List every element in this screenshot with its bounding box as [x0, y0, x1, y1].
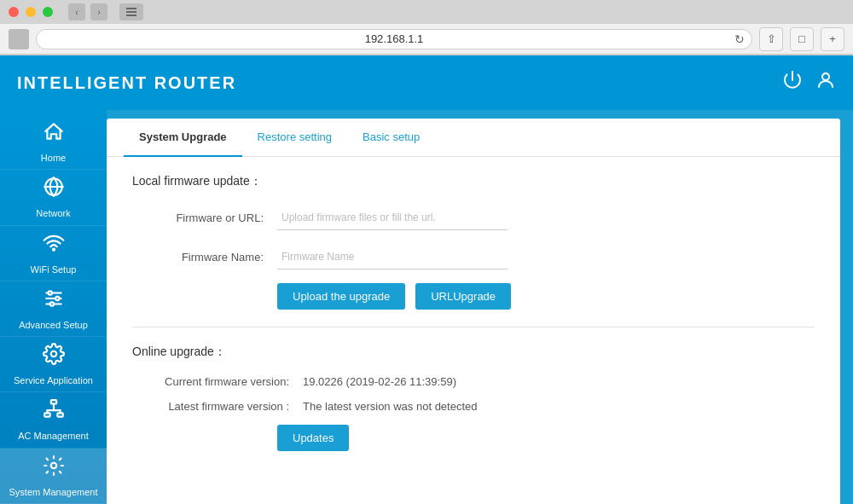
header-icons — [782, 70, 836, 96]
share-button[interactable]: ⇧ — [759, 27, 783, 51]
sidebar-item-service[interactable]: Service Application — [0, 337, 107, 392]
firmware-btn-row: Upload the upgrade URLUpgrade — [277, 283, 815, 310]
sidebar-toggle[interactable] — [9, 29, 29, 49]
sidebar: Home Network WiFi Setup — [0, 110, 107, 504]
online-upgrade-title: Online upgrade： — [132, 345, 815, 360]
tab-icon — [126, 8, 136, 16]
updates-btn-row: Updates — [277, 425, 815, 451]
svg-point-20 — [50, 462, 56, 468]
current-version-value: 19.0226 (2019-02-26 11:39:59) — [303, 375, 456, 388]
new-tab-button[interactable]: □ — [790, 27, 814, 51]
sidebar-label-wifi: WiFi Setup — [31, 264, 77, 275]
browser-nav: ‹ › — [68, 3, 107, 20]
local-firmware-title: Local firmware update： — [132, 174, 815, 189]
sidebar-label-network: Network — [36, 208, 70, 218]
sidebar-item-network[interactable]: Network — [0, 170, 107, 225]
sidebar-label-advanced: Advanced Setup — [19, 320, 88, 330]
gear-icon — [43, 343, 65, 370]
section-divider — [132, 327, 815, 327]
url-upgrade-button[interactable]: URLUpgrade — [415, 283, 511, 310]
svg-rect-1 — [126, 11, 136, 13]
app-title: INTELLIGENT ROUTER — [17, 73, 236, 93]
svg-rect-0 — [126, 8, 136, 9]
firmware-name-row: Firmware Name: — [132, 244, 815, 269]
updates-button[interactable]: Updates — [277, 425, 349, 451]
tab-system-upgrade[interactable]: System Upgrade — [124, 119, 242, 157]
svg-point-11 — [49, 302, 53, 305]
current-version-label: Current firmware version: — [132, 375, 303, 388]
latest-version-label: Latest firmware version : — [132, 400, 303, 413]
wifi-icon — [43, 232, 65, 259]
app-container: Home Network WiFi Setup — [0, 110, 853, 504]
app-header: INTELLIGENT ROUTER — [0, 55, 853, 110]
tab-manage-button[interactable] — [119, 3, 143, 20]
extensions-button[interactable]: + — [821, 27, 844, 51]
toolbar-icons: ⇧ □ + — [759, 27, 844, 51]
svg-point-9 — [48, 291, 51, 294]
sidebar-label-service: Service Application — [14, 375, 93, 385]
firmware-name-label: Firmware Name: — [132, 251, 277, 264]
firmware-url-input[interactable] — [277, 205, 508, 230]
upload-upgrade-button[interactable]: Upload the upgrade — [277, 283, 405, 310]
svg-point-5 — [52, 248, 54, 250]
back-button[interactable]: ‹ — [68, 3, 85, 20]
sliders-icon — [43, 287, 65, 315]
sidebar-item-system-management[interactable]: System Management — [0, 449, 107, 504]
firmware-name-input[interactable] — [277, 244, 508, 269]
reload-button[interactable]: ↻ — [734, 32, 745, 46]
sidebar-item-advanced-setup[interactable]: Advanced Setup — [0, 281, 107, 337]
sidebar-item-ac-management[interactable]: AC Management — [0, 392, 107, 448]
power-icon[interactable] — [782, 70, 803, 96]
sidebar-label-ac: AC Management — [18, 431, 89, 441]
forward-button[interactable]: › — [90, 3, 107, 20]
sidebar-item-home[interactable]: Home — [0, 114, 107, 170]
browser-toolbar: 192.168.1.1 ↻ ⇧ □ + — [0, 24, 853, 55]
browser-chrome: ‹ › 192.168.1.1 ↻ ⇧ □ + — [0, 0, 853, 55]
svg-point-10 — [55, 297, 59, 300]
svg-rect-2 — [126, 14, 136, 16]
home-icon — [43, 120, 65, 148]
latest-version-value: The latest version was not detected — [303, 400, 478, 413]
address-text: 192.168.1.1 — [365, 32, 424, 45]
browser-titlebar: ‹ › — [0, 0, 853, 24]
settings-icon — [43, 455, 65, 482]
hierarchy-icon — [43, 398, 65, 426]
tab-restore-setting[interactable]: Restore setting — [242, 119, 347, 157]
content-area: Local firmware update： Firmware or URL: … — [107, 157, 840, 504]
main-content: System Upgrade Restore setting Basic set… — [107, 119, 840, 504]
tabs-bar: System Upgrade Restore setting Basic set… — [107, 119, 840, 157]
traffic-light-yellow[interactable] — [26, 7, 36, 17]
tab-basic-setup[interactable]: Basic setup — [347, 119, 435, 157]
traffic-light-red[interactable] — [9, 7, 19, 17]
svg-point-12 — [50, 351, 56, 357]
address-bar[interactable]: 192.168.1.1 ↻ — [36, 29, 752, 49]
traffic-light-green[interactable] — [43, 7, 53, 17]
firmware-url-row: Firmware or URL: — [132, 205, 815, 230]
firmware-url-label: Firmware or URL: — [132, 211, 277, 224]
sidebar-label-home: Home — [41, 153, 66, 163]
sidebar-item-wifi-setup[interactable]: WiFi Setup — [0, 226, 107, 281]
globe-icon — [43, 176, 65, 203]
latest-version-row: Latest firmware version : The latest ver… — [132, 400, 815, 413]
sidebar-label-system-management: System Management — [9, 487, 98, 497]
current-version-row: Current firmware version: 19.0226 (2019-… — [132, 375, 815, 388]
svg-point-3 — [822, 73, 829, 80]
user-icon[interactable] — [815, 70, 836, 96]
